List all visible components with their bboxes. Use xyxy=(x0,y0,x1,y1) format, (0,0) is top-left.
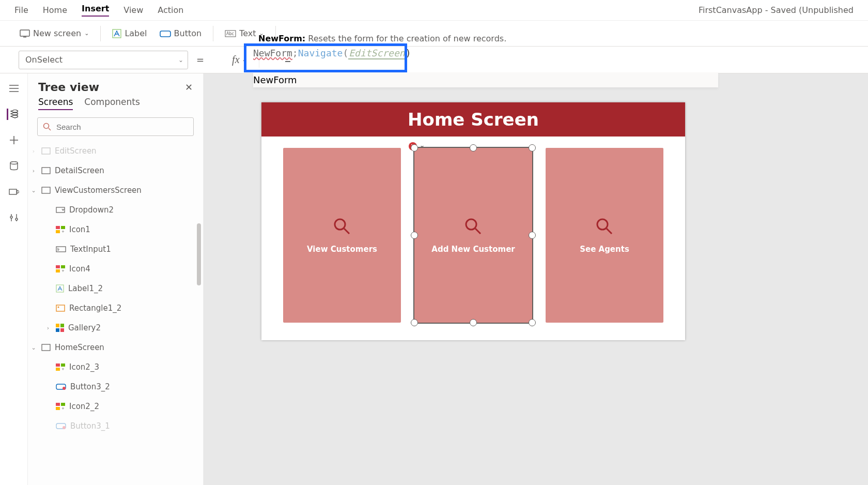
selection-handle[interactable] xyxy=(411,319,418,326)
chevron-icon[interactable]: ⌄ xyxy=(30,187,37,194)
tree-item-icon xyxy=(41,187,51,194)
svg-rect-13 xyxy=(56,226,60,229)
svg-text:+: + xyxy=(61,230,65,233)
tree-item-label: Rectangle1_2 xyxy=(69,304,121,313)
tree-item[interactable]: ›DetailScreen xyxy=(28,161,203,180)
scrollbar[interactable] xyxy=(197,223,201,285)
tree-item-icon xyxy=(41,147,51,155)
search-input[interactable] xyxy=(55,122,188,132)
tree-item[interactable]: Dropdown2 xyxy=(28,200,203,220)
tile-label: See Agents xyxy=(580,245,629,254)
tab-screens[interactable]: Screens xyxy=(38,97,73,110)
selection-handle[interactable] xyxy=(529,319,536,326)
chevron-icon[interactable]: › xyxy=(30,148,37,155)
screen-icon xyxy=(20,29,30,38)
tree-item[interactable]: TextInput1 xyxy=(28,239,203,259)
tree-item-label: Icon2_2 xyxy=(69,402,99,411)
selection-handle[interactable] xyxy=(411,144,418,151)
svg-rect-0 xyxy=(20,30,29,36)
menu-file[interactable]: File xyxy=(14,5,28,15)
tree-item-label: Icon2_3 xyxy=(69,362,99,372)
selection-handle[interactable] xyxy=(529,144,536,151)
chevron-icon[interactable]: › xyxy=(44,325,52,331)
selection-handle[interactable] xyxy=(529,232,536,239)
add-icon[interactable] xyxy=(8,134,20,146)
tree-item[interactable]: Button3_2 xyxy=(28,377,203,397)
canvas-area[interactable]: Home Screen View Customers Add New Custo… xyxy=(204,73,868,485)
tree-item[interactable]: Label1_2 xyxy=(28,279,203,298)
tree-search[interactable] xyxy=(37,117,194,136)
label-button[interactable]: Label xyxy=(108,28,151,38)
svg-rect-1 xyxy=(23,37,26,37)
tree-item-label: EditScreen xyxy=(55,146,97,156)
media-icon[interactable] xyxy=(8,186,20,198)
svg-rect-23 xyxy=(56,305,65,311)
tree-item-label: Button3_1 xyxy=(70,421,110,431)
tree-item[interactable]: +Icon2_3 xyxy=(28,357,203,377)
svg-rect-7 xyxy=(9,189,17,194)
chevron-down-icon: ⌄ xyxy=(84,30,89,37)
formula-input[interactable]: NewForm;Navigate(EditScreen) xyxy=(253,48,411,58)
tree-tabs: Screens Components xyxy=(28,97,203,115)
tree-item-label: Icon4 xyxy=(69,264,90,274)
tree-item-label: ViewCustomersScreen xyxy=(55,186,142,195)
app-title: FirstCanvasApp - Saved (Unpublished xyxy=(699,5,854,15)
hint-text: Resets the form for the creation of new … xyxy=(308,34,506,43)
selection-handle[interactable] xyxy=(470,144,477,151)
magnifier-icon xyxy=(463,217,483,236)
tree-item[interactable]: ›EditScreen xyxy=(28,141,203,161)
tree-item-icon xyxy=(56,383,66,390)
chevron-down-icon[interactable]: ⌄ xyxy=(420,142,425,149)
advanced-tools-icon[interactable] xyxy=(8,212,20,223)
tree-list: ›EditScreen›DetailScreen⌄ViewCustomersSc… xyxy=(28,141,203,441)
canvas-tile[interactable]: Add New Customer✕ ⌄ xyxy=(414,148,532,323)
canvas-tile[interactable]: View Customers xyxy=(283,148,401,323)
tree-item-label: Icon1 xyxy=(69,225,90,234)
tree-item-icon xyxy=(56,324,64,332)
separator xyxy=(213,26,213,41)
menu-view[interactable]: View xyxy=(123,5,143,15)
formula-token-close: ) xyxy=(406,48,411,58)
left-rail xyxy=(0,73,28,485)
tree-item[interactable]: ⌄ViewCustomersScreen xyxy=(28,180,203,200)
tree-item[interactable]: Button3_1 xyxy=(28,416,203,436)
tree-item[interactable]: +Icon4 xyxy=(28,259,203,279)
menu-home[interactable]: Home xyxy=(43,5,67,15)
tree-item-icon: + xyxy=(56,403,65,410)
hamburger-icon[interactable] xyxy=(8,83,20,94)
formula-token-newform: NewForm xyxy=(253,48,292,58)
canvas-tile[interactable]: See Agents xyxy=(546,148,663,323)
svg-rect-14 xyxy=(61,226,65,229)
svg-text:+: + xyxy=(61,269,65,272)
tab-components[interactable]: Components xyxy=(84,97,140,110)
menu-action[interactable]: Action xyxy=(158,5,183,15)
svg-point-35 xyxy=(63,387,66,390)
property-selector[interactable]: OnSelect ⌄ xyxy=(19,51,188,69)
data-icon[interactable] xyxy=(8,160,20,172)
chevron-icon[interactable]: ⌄ xyxy=(30,344,37,351)
button-button[interactable]: Button xyxy=(156,28,206,38)
tree-item[interactable]: Rectangle1_2 xyxy=(28,298,203,318)
tree-item[interactable]: ⌄HomeScreen xyxy=(28,338,203,357)
fx-button[interactable]: fx ⌄ xyxy=(230,54,248,66)
svg-rect-9 xyxy=(42,148,50,154)
tree-item[interactable]: +Icon2_2 xyxy=(28,397,203,416)
tree-view-icon[interactable] xyxy=(7,109,18,120)
selection-handle[interactable] xyxy=(470,319,477,326)
svg-rect-31 xyxy=(61,363,65,367)
svg-rect-3 xyxy=(160,31,171,37)
tree-item-icon xyxy=(56,246,66,252)
search-icon xyxy=(43,123,51,131)
chevron-icon[interactable]: › xyxy=(30,168,37,174)
menu-insert[interactable]: Insert xyxy=(82,4,109,17)
selection-handle[interactable] xyxy=(411,232,418,239)
svg-rect-20 xyxy=(56,269,60,272)
new-screen-button[interactable]: New screen ⌄ xyxy=(16,28,93,38)
svg-rect-11 xyxy=(42,187,50,193)
intellisense-item[interactable]: NewForm xyxy=(253,72,718,87)
new-screen-label: New screen xyxy=(33,28,81,38)
tree-item[interactable]: ›Gallery2 xyxy=(28,318,203,338)
tree-item[interactable]: +Icon1 xyxy=(28,220,203,239)
svg-rect-28 xyxy=(60,328,64,332)
close-icon[interactable]: ✕ xyxy=(185,82,193,93)
